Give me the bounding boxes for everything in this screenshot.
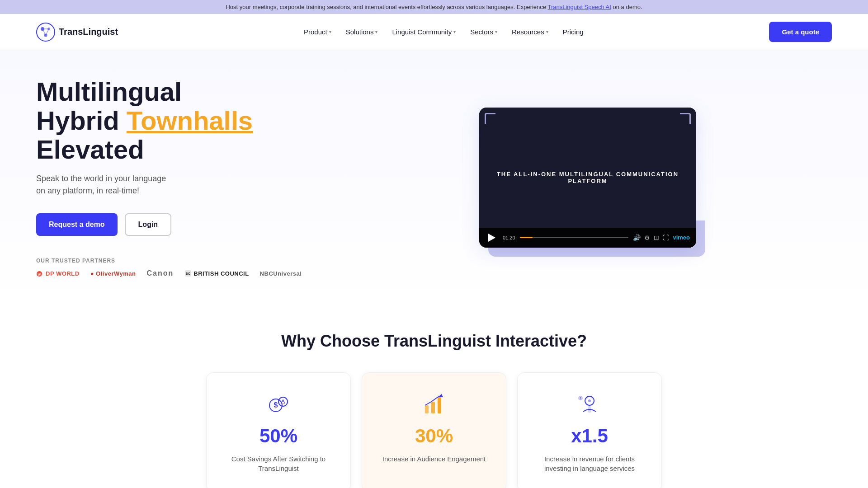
nav-sectors-label: Sectors — [470, 28, 493, 36]
video-progress-bar[interactable] — [520, 237, 629, 238]
partner-british-council: BC BRITISH COUNCIL — [184, 270, 249, 277]
partner-dp-world: W DP WORLD — [36, 270, 80, 277]
svg-rect-24 — [588, 406, 591, 413]
stat-cards-row: $ 50% Cost Savings After Switching to Tr… — [36, 372, 832, 488]
nav-item-sectors[interactable]: Sectors ▾ — [465, 24, 503, 39]
nav-solutions-label: Solutions — [346, 28, 374, 36]
login-button[interactable]: Login — [125, 213, 172, 236]
nav-item-resources[interactable]: Resources ▾ — [506, 24, 554, 39]
play-button[interactable] — [486, 231, 498, 244]
logo-text: TransLinguist — [59, 27, 118, 37]
chevron-down-icon: ▾ — [375, 29, 377, 34]
nav-item-solutions[interactable]: Solutions ▾ — [340, 24, 383, 39]
cost-savings-icon: $ — [265, 391, 292, 418]
stat-desc-1: Cost Savings After Switching to TransLin… — [220, 454, 337, 473]
logo-icon — [36, 23, 55, 42]
partner-canon: Canon — [146, 269, 174, 277]
banner-text: Host your meetings, corporate training s… — [226, 4, 547, 10]
stat-card-cost-savings: $ 50% Cost Savings After Switching to Tr… — [206, 372, 351, 488]
volume-icon[interactable]: 🔊 — [633, 234, 641, 241]
hero-content: Multilingual Hybrid Townhalls Elevated S… — [36, 77, 307, 277]
nav-product-label: Product — [304, 28, 327, 36]
top-banner: Host your meetings, corporate training s… — [0, 0, 868, 14]
nav-item-pricing[interactable]: Pricing — [557, 24, 589, 39]
nav-linguist-label: Linguist Community — [392, 28, 452, 36]
request-demo-button[interactable]: Request a demo — [36, 213, 118, 236]
svg-rect-17 — [431, 402, 435, 413]
why-choose-title: Why Choose TransLinguist Interactive? — [36, 332, 832, 351]
hero-subtitle-line2: on any platform, in real-time! — [36, 186, 139, 195]
hero-title: Multilingual Hybrid Townhalls Elevated — [36, 77, 307, 164]
hero-subtitle: Speak to the world in your language on a… — [36, 173, 307, 197]
stat-card-revenue: ! x1.5 Increase in revenue for clients i… — [517, 372, 662, 488]
video-progress-fill — [520, 237, 533, 238]
stat-number-2: 30% — [415, 425, 453, 447]
video-player[interactable]: THE ALL-IN-ONE MULTILINGUAL COMMUNICATIO… — [479, 108, 696, 248]
hero-buttons: Request a demo Login — [36, 213, 307, 236]
svg-text:BC: BC — [186, 272, 191, 275]
logo[interactable]: TransLinguist — [36, 23, 118, 42]
svg-line-5 — [42, 29, 46, 35]
stat-desc-3: Increase in revenue for clients investin… — [531, 454, 648, 473]
stat-desc-2: Increase in Audience Engagement — [382, 454, 486, 464]
chevron-down-icon: ▾ — [453, 29, 456, 34]
svg-rect-16 — [425, 405, 429, 413]
nav-resources-label: Resources — [512, 28, 544, 36]
vimeo-logo: vimeo — [673, 234, 690, 241]
nav-pricing-label: Pricing — [563, 28, 584, 36]
revenue-icon: ! — [576, 391, 603, 418]
video-control-icons: 🔊 ⚙ ⊡ ⛶ vimeo — [633, 234, 690, 241]
navbar: TransLinguist Product ▾ Solutions ▾ Ling… — [0, 14, 868, 50]
hero-title-line3: Elevated — [36, 135, 144, 164]
svg-line-6 — [46, 29, 49, 35]
settings-icon[interactable]: ⚙ — [644, 234, 650, 241]
svg-marker-19 — [439, 394, 443, 397]
chevron-down-icon: ▾ — [495, 29, 497, 34]
nav-item-linguist-community[interactable]: Linguist Community ▾ — [387, 24, 461, 39]
banner-link[interactable]: TransLinguist Speech AI — [547, 4, 611, 10]
pip-icon[interactable]: ⊡ — [654, 234, 659, 241]
audience-engagement-icon — [420, 391, 448, 418]
svg-text:W: W — [38, 273, 41, 276]
nav-links: Product ▾ Solutions ▾ Linguist Community… — [298, 24, 589, 39]
nav-item-product[interactable]: Product ▾ — [298, 24, 337, 39]
stat-number-1: 50% — [259, 425, 297, 447]
hero-title-line1: Multilingual — [36, 77, 182, 106]
hero-title-line2-prefix: Hybrid — [36, 106, 127, 135]
play-icon — [488, 234, 495, 242]
video-container: THE ALL-IN-ONE MULTILINGUAL COMMUNICATIO… — [479, 108, 696, 248]
video-controls-bar: 01:20 🔊 ⚙ ⊡ ⛶ vimeo — [479, 228, 696, 248]
partner-oliver-wyman: ● OliverWyman — [90, 270, 136, 277]
svg-point-13 — [278, 397, 288, 406]
hero-title-highlight: Townhalls — [127, 106, 253, 135]
corner-decoration-tr — [680, 113, 691, 124]
banner-suffix: on a demo. — [613, 4, 642, 10]
video-time: 01:20 — [503, 235, 515, 240]
video-content: THE ALL-IN-ONE MULTILINGUAL COMMUNICATIO… — [479, 108, 696, 248]
trusted-label: OUR TRUSTED PARTNERS — [36, 258, 307, 264]
hero-subtitle-line1: Speak to the world in your language — [36, 174, 166, 183]
fullscreen-icon[interactable]: ⛶ — [663, 234, 669, 241]
hero-section: Multilingual Hybrid Townhalls Elevated S… — [0, 50, 868, 305]
svg-rect-18 — [438, 397, 441, 413]
stat-card-engagement: 30% Increase in Audience Engagement — [362, 372, 506, 488]
corner-decoration-tl — [485, 113, 495, 124]
chevron-down-icon: ▾ — [329, 29, 331, 34]
svg-point-15 — [275, 407, 277, 408]
svg-text:!: ! — [580, 397, 581, 400]
hero-video-area: THE ALL-IN-ONE MULTILINGUAL COMMUNICATIO… — [344, 108, 832, 248]
video-title-text: THE ALL-IN-ONE MULTILINGUAL COMMUNICATIO… — [479, 171, 696, 184]
why-choose-section: Why Choose TransLinguist Interactive? $ … — [0, 305, 868, 488]
svg-point-0 — [37, 23, 55, 41]
chevron-down-icon: ▾ — [546, 29, 548, 34]
get-quote-button[interactable]: Get a quote — [769, 22, 832, 42]
svg-point-14 — [283, 403, 284, 404]
partner-logos: W DP WORLD ● OliverWyman Canon BC BRITIS… — [36, 269, 307, 277]
svg-point-21 — [588, 399, 591, 402]
trusted-partners-section: OUR TRUSTED PARTNERS W DP WORLD ● Oliver… — [36, 258, 307, 277]
stat-number-3: x1.5 — [571, 425, 608, 447]
partner-nbc-universal: NBCUniversal — [260, 270, 302, 277]
